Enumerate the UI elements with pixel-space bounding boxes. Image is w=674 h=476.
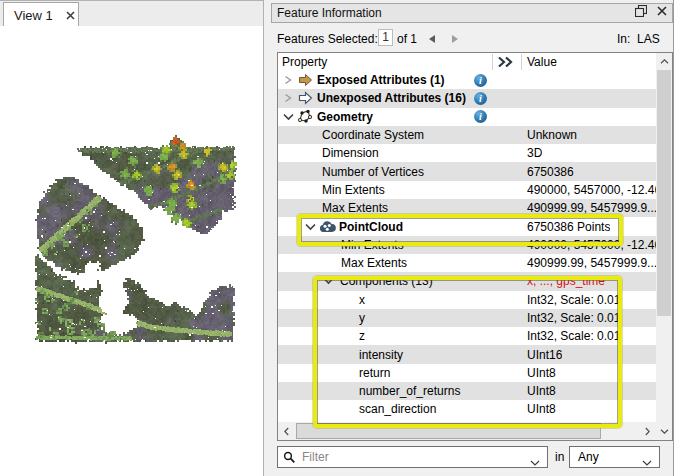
- table-row[interactable]: Number of Vertices6750386: [278, 162, 656, 180]
- table-row[interactable]: zInt32, Scale: 0.01: [278, 327, 656, 345]
- property-cell: Components (13): [278, 272, 527, 290]
- in-label: In:: [617, 32, 630, 46]
- property-name: Geometry: [317, 110, 373, 124]
- chevron-expanded-icon[interactable]: [320, 277, 336, 285]
- property-cell: y: [278, 309, 527, 327]
- property-cell: number_of_returns: [278, 382, 527, 400]
- property-cell: scan_direction: [278, 400, 527, 418]
- table-row[interactable]: Dimension3D: [278, 144, 656, 162]
- float-panel-icon[interactable]: [634, 4, 647, 17]
- view-tab-bar: View 1: [0, 0, 264, 26]
- filter-bar: Filter in Any: [271, 441, 673, 476]
- value-cell: UInt8: [527, 400, 556, 418]
- view-1-canvas-area[interactable]: [0, 26, 263, 476]
- property-cell: Max Extents: [278, 254, 527, 272]
- property-cell: Unexposed Attributes (16): [278, 89, 527, 107]
- value-cell: x, ..., gps_time: [527, 272, 605, 290]
- value-cell: 6750386: [527, 162, 574, 180]
- scroll-right-icon[interactable]: [639, 422, 656, 440]
- property-cell: PointCloud: [278, 217, 527, 235]
- unexposed-arrow-icon: [296, 91, 314, 105]
- feature-count-label: of 1: [397, 32, 417, 46]
- table-row[interactable]: Min Extents490000, 5457000, -12.46: [278, 236, 656, 254]
- chevron-down-icon[interactable]: [530, 455, 540, 469]
- value-column-header[interactable]: Value: [527, 55, 557, 69]
- chevron-collapsed-icon[interactable]: [280, 75, 296, 85]
- exposed-arrow-icon: [296, 73, 314, 87]
- property-column-header[interactable]: Property: [282, 55, 327, 69]
- application-window: View 1 Feature Information Features Sele…: [0, 0, 674, 476]
- tab-view-1-label: View 1: [14, 8, 53, 23]
- tab-view-1[interactable]: View 1: [3, 2, 79, 27]
- column-separator[interactable]: [492, 54, 493, 70]
- horizontal-scroll-thumb[interactable]: [296, 423, 601, 439]
- table-row[interactable]: yInt32, Scale: 0.01: [278, 309, 656, 327]
- property-name: Components (13): [340, 274, 433, 288]
- geometry-icon: [296, 109, 314, 124]
- info-icon[interactable]: i: [474, 110, 487, 123]
- scroll-down-icon[interactable]: [656, 423, 672, 440]
- chevron-collapsed-icon[interactable]: [280, 93, 296, 103]
- table-row[interactable]: Max Extents490999.99, 5457999.9...: [278, 254, 656, 272]
- table-row[interactable]: xInt32, Scale: 0.01: [278, 291, 656, 309]
- scroll-up-icon[interactable]: [656, 53, 672, 70]
- table-row[interactable]: PointCloud6750386 Points: [278, 217, 656, 235]
- filter-scope-value: Any: [578, 450, 599, 464]
- table-row[interactable]: Exposed Attributes (1)i: [278, 71, 656, 89]
- dock-title-bar: Feature Information: [271, 3, 673, 23]
- value-cell: Int32, Scale: 0.01: [527, 327, 620, 345]
- search-icon: [283, 451, 296, 464]
- value-cell: Int32, Scale: 0.01: [527, 291, 620, 309]
- property-cell: Max Extents: [278, 199, 527, 217]
- table-row[interactable]: Min Extents490000, 5457000, -12.46: [278, 181, 656, 199]
- property-name: Max Extents: [322, 201, 388, 215]
- table-row[interactable]: Components (13)x, ..., gps_time: [278, 272, 656, 290]
- property-name: Exposed Attributes (1): [317, 73, 445, 87]
- value-cell: UInt8: [527, 382, 556, 400]
- filter-scope-select[interactable]: Any: [569, 446, 660, 468]
- property-cell: Number of Vertices: [278, 162, 527, 180]
- table-row[interactable]: Coordinate SystemUnknown: [278, 126, 656, 144]
- table-row[interactable]: scan_directionUInt8: [278, 400, 656, 418]
- value-cell: 3D: [527, 144, 542, 162]
- property-name: scan_direction: [359, 402, 436, 416]
- next-feature-button[interactable]: [452, 35, 458, 43]
- chevron-expanded-icon[interactable]: [302, 223, 318, 231]
- property-name: intensity: [359, 348, 403, 362]
- vertical-scroll-thumb[interactable]: [657, 70, 671, 316]
- column-separator[interactable]: [521, 54, 522, 70]
- property-name: z: [359, 329, 365, 343]
- chevron-expanded-icon[interactable]: [280, 113, 296, 121]
- filter-input[interactable]: Filter: [277, 446, 548, 468]
- table-row[interactable]: Geometryi: [278, 108, 656, 126]
- chevron-down-icon[interactable]: [642, 455, 652, 469]
- scroll-left-icon[interactable]: [278, 422, 295, 440]
- pointcloud-image: [0, 26, 263, 476]
- table-row[interactable]: intensityUInt16: [278, 345, 656, 363]
- property-cell: return: [278, 364, 527, 382]
- info-icon[interactable]: i: [474, 92, 487, 105]
- expand-columns-icon[interactable]: [497, 56, 514, 68]
- property-cell: Min Extents: [278, 181, 527, 199]
- dataset-format-label: LAS: [637, 32, 660, 46]
- horizontal-scrollbar[interactable]: [278, 422, 656, 440]
- property-cell: intensity: [278, 345, 527, 363]
- value-cell: 6750386 Points: [527, 217, 610, 235]
- table-row[interactable]: returnUInt8: [278, 364, 656, 382]
- property-cell: z: [278, 327, 527, 345]
- feature-property-table: Property Value Exposed Attributes (1)iUn…: [277, 52, 673, 441]
- info-icon[interactable]: i: [474, 74, 487, 87]
- property-cell: Coordinate System: [278, 126, 527, 144]
- close-panel-icon[interactable]: [655, 4, 668, 17]
- table-row[interactable]: Max Extents490999.99, 5457999.9...: [278, 199, 656, 217]
- value-cell: 490000, 5457000, -12.46: [527, 181, 661, 199]
- property-name: Dimension: [322, 146, 379, 160]
- feature-index-input[interactable]: 1: [378, 29, 393, 46]
- property-name: number_of_returns: [359, 384, 460, 398]
- table-row[interactable]: Unexposed Attributes (16)i: [278, 89, 656, 107]
- tab-close-icon[interactable]: [65, 10, 76, 21]
- table-row[interactable]: number_of_returnsUInt8: [278, 382, 656, 400]
- property-name: Number of Vertices: [322, 165, 424, 179]
- previous-feature-button[interactable]: [429, 35, 435, 43]
- vertical-scrollbar[interactable]: [656, 53, 672, 440]
